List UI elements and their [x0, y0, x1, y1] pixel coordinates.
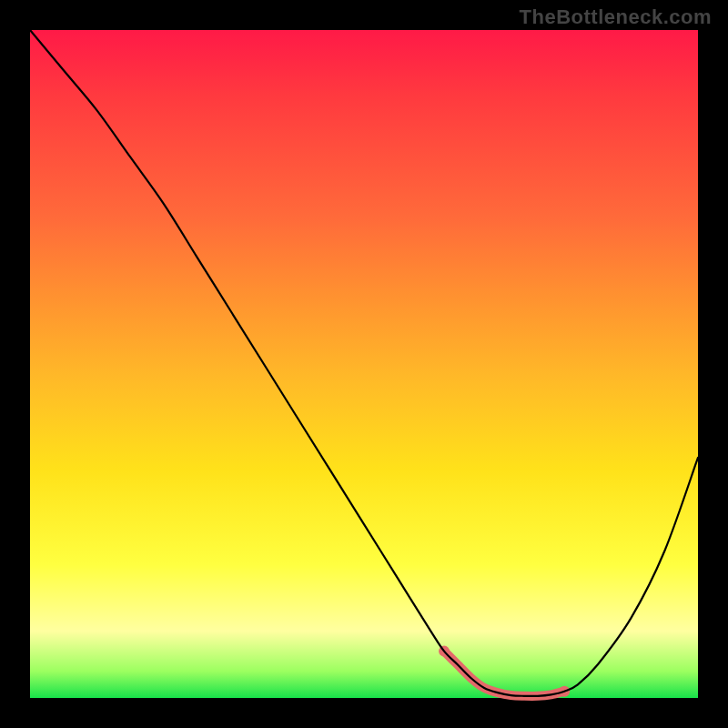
- bottleneck-curve: [30, 30, 698, 696]
- trough-highlight: [444, 652, 564, 696]
- watermark-text: TheBottleneck.com: [520, 5, 712, 29]
- chart-frame: TheBottleneck.com: [0, 0, 728, 728]
- curve-svg: [30, 30, 698, 698]
- plot-area: [30, 30, 698, 698]
